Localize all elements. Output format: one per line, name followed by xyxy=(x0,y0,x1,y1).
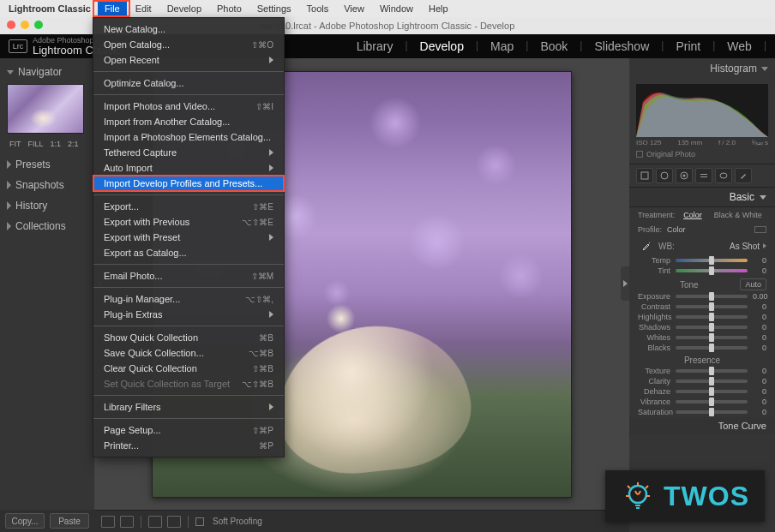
menubar-view[interactable]: View xyxy=(337,2,371,15)
treatment-color[interactable]: Color xyxy=(680,210,706,220)
menubar-tools[interactable]: Tools xyxy=(300,2,336,15)
menu-optimize-catalog[interactable]: Optimize Catalog... xyxy=(93,75,284,91)
menubar-file[interactable]: File xyxy=(98,2,127,15)
module-web[interactable]: Web xyxy=(715,39,764,53)
menu-plugin-manager[interactable]: Plug-in Manager...⌥⇧⌘, xyxy=(93,291,284,307)
radial-filter-icon[interactable] xyxy=(715,168,732,183)
menu-open-catalog[interactable]: Open Catalog...⇧⌘O xyxy=(93,37,284,52)
texture-slider[interactable]: Texture0 xyxy=(629,366,775,376)
menubar-photo[interactable]: Photo xyxy=(210,2,249,15)
menu-new-catalog[interactable]: New Catalog... xyxy=(93,21,284,37)
menu-plugin-extras[interactable]: Plug-in Extras xyxy=(93,307,284,322)
auto-button[interactable]: Auto xyxy=(740,278,766,290)
contrast-slider[interactable]: Contrast0 xyxy=(629,302,775,312)
module-print[interactable]: Print xyxy=(664,39,712,53)
spot-removal-tool-icon[interactable] xyxy=(656,168,673,183)
histogram-graph[interactable] xyxy=(636,84,768,137)
module-map[interactable]: Map xyxy=(478,39,526,53)
file-dropdown-menu: New Catalog... Open Catalog...⇧⌘O Open R… xyxy=(93,17,285,457)
clarity-slider[interactable]: Clarity0 xyxy=(629,376,775,386)
soft-proofing-label: Soft Proofing xyxy=(213,517,262,526)
copy-button[interactable]: Copy... xyxy=(5,513,45,529)
compare-icon[interactable] xyxy=(167,516,181,528)
menu-save-quick-collection[interactable]: Save Quick Collection...⌥⌘B xyxy=(93,345,284,361)
menu-printer[interactable]: Printer...⌘P xyxy=(93,438,284,453)
tone-curve-header[interactable]: Tone Curve xyxy=(629,417,775,434)
wb-dropdown[interactable]: As Shot xyxy=(730,242,760,251)
snapshots-header[interactable]: Snapshots xyxy=(0,175,94,195)
menu-page-setup[interactable]: Page Setup...⇧⌘P xyxy=(93,422,284,438)
menu-clear-quick-collection[interactable]: Clear Quick Collection⇧⌘B xyxy=(93,361,284,376)
wb-eyedropper-icon[interactable] xyxy=(638,240,655,252)
shadows-slider[interactable]: Shadows0 xyxy=(629,322,775,332)
menu-auto-import[interactable]: Auto Import xyxy=(93,160,284,176)
module-library[interactable]: Library xyxy=(345,39,406,53)
menu-import-photos[interactable]: Import Photos and Video...⇧⌘I xyxy=(93,99,284,114)
menu-import-develop-profiles-presets[interactable]: Import Develop Profiles and Presets... xyxy=(93,176,284,191)
collections-header[interactable]: Collections xyxy=(0,216,94,236)
module-develop[interactable]: Develop xyxy=(408,39,476,53)
module-slideshow[interactable]: Slideshow xyxy=(582,39,661,53)
zoom-fit[interactable]: FIT xyxy=(7,139,24,149)
histo-shutter: ¹⁄₆₄₀ s xyxy=(752,139,768,146)
menu-import-pse-catalog[interactable]: Import a Photoshop Elements Catalog... xyxy=(93,129,284,145)
navigator-thumbnail[interactable] xyxy=(7,84,84,134)
whites-slider[interactable]: Whites0 xyxy=(629,332,775,343)
menu-tethered-capture[interactable]: Tethered Capture xyxy=(93,145,284,160)
menubar-settings[interactable]: Settings xyxy=(250,2,298,15)
basic-panel-header[interactable]: Basic xyxy=(629,188,775,207)
window-close-button[interactable] xyxy=(7,21,15,29)
menu-export-previous[interactable]: Export with Previous⌥⇧⌘E xyxy=(93,214,284,230)
paste-button[interactable]: Paste xyxy=(50,513,89,529)
redeye-tool-icon[interactable] xyxy=(676,168,693,183)
loupe-view-icon[interactable] xyxy=(101,516,115,528)
menu-show-quick-collection[interactable]: Show Quick Collection⌘B xyxy=(93,330,284,345)
crop-tool-icon[interactable] xyxy=(636,168,653,183)
presets-header[interactable]: Presets xyxy=(0,154,94,175)
blacks-slider[interactable]: Blacks0 xyxy=(629,343,775,353)
highlights-slider[interactable]: Highlights0 xyxy=(629,312,775,322)
history-header[interactable]: History xyxy=(0,195,94,216)
menu-open-recent[interactable]: Open Recent xyxy=(93,52,284,68)
saturation-slider[interactable]: Saturation0 xyxy=(629,407,775,417)
menubar-develop[interactable]: Develop xyxy=(160,2,208,15)
profile-browser-icon[interactable] xyxy=(754,226,766,233)
right-panel-collapse[interactable] xyxy=(621,266,629,301)
profile-dropdown[interactable]: Color xyxy=(667,225,686,234)
soft-proofing-checkbox[interactable] xyxy=(195,517,204,526)
tone-subheader: ToneAuto xyxy=(629,276,775,291)
menu-import-another-catalog[interactable]: Import from Another Catalog... xyxy=(93,114,284,129)
window-zoom-button[interactable] xyxy=(34,21,43,29)
menu-library-filters[interactable]: Library Filters xyxy=(93,399,284,415)
zoom-1-1[interactable]: 1:1 xyxy=(48,139,64,149)
zoom-fill[interactable]: FILL xyxy=(26,139,46,149)
graduated-filter-icon[interactable] xyxy=(695,168,712,183)
vibrance-slider[interactable]: Vibrance0 xyxy=(629,397,775,407)
profile-label: Profile: xyxy=(638,225,662,234)
brush-tool-icon[interactable] xyxy=(735,168,752,183)
menubar-edit[interactable]: Edit xyxy=(129,2,159,15)
tint-slider[interactable]: Tint0 xyxy=(629,266,775,276)
histogram-header[interactable]: Histogram xyxy=(629,58,775,79)
zoom-2-1[interactable]: 2:1 xyxy=(65,139,81,149)
before-after-icon[interactable] xyxy=(120,516,134,528)
menubar-help[interactable]: Help xyxy=(422,2,455,15)
exposure-slider[interactable]: Exposure0.00 xyxy=(629,291,775,302)
grid-icon[interactable] xyxy=(148,516,162,528)
module-book[interactable]: Book xyxy=(528,39,580,53)
submenu-arrow-icon xyxy=(269,149,273,156)
temp-slider[interactable]: Temp0 xyxy=(629,255,775,266)
menu-export[interactable]: Export...⇧⌘E xyxy=(93,199,284,214)
wb-label: WB: xyxy=(658,242,675,251)
histo-aperture: f / 2.0 xyxy=(718,139,736,146)
navigator-header[interactable]: Navigator xyxy=(0,62,94,82)
menu-export-as-catalog[interactable]: Export as Catalog... xyxy=(93,245,284,260)
menu-email-photo[interactable]: Email Photo...⇧⌘M xyxy=(93,268,284,284)
menu-export-preset[interactable]: Export with Preset xyxy=(93,230,284,245)
original-photo-checkbox[interactable] xyxy=(636,151,643,158)
menubar-window[interactable]: Window xyxy=(373,2,420,15)
window-minimize-button[interactable] xyxy=(21,21,29,29)
treatment-bw[interactable]: Black & White xyxy=(711,210,766,220)
dehaze-slider[interactable]: Dehaze0 xyxy=(629,386,775,397)
module-tabs: Library| Develop| Map| Book| Slideshow| … xyxy=(345,39,766,53)
